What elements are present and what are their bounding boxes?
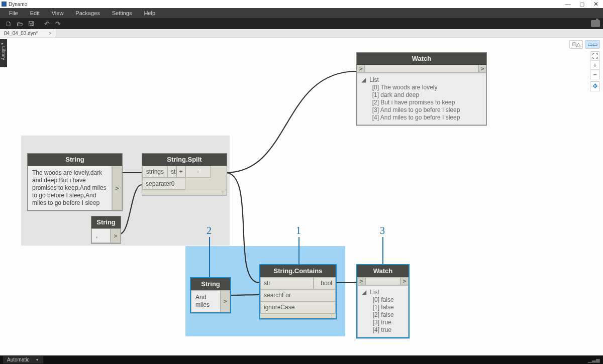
node-footer: ⋮ <box>142 190 227 195</box>
run-mode-dropdown[interactable]: Automatic ▾ <box>3 356 43 363</box>
menu-settings[interactable]: Settings <box>106 8 138 18</box>
node-string-main[interactable]: String The woods are lovely,dark and dee… <box>27 153 123 211</box>
input-port-str[interactable]: str <box>260 277 314 289</box>
node-title: String <box>91 216 121 228</box>
pan-home-icon[interactable]: ✥ <box>590 81 600 91</box>
annotation-2-line <box>209 237 210 277</box>
input-port[interactable]: > <box>357 65 365 73</box>
node-string-split[interactable]: String.Split str + - strings separater0 … <box>142 153 227 195</box>
node-title: String.Split <box>142 154 227 166</box>
annotation-3: 3 <box>380 225 385 236</box>
app-logo-icon <box>2 2 7 7</box>
output-port-strings[interactable]: strings <box>142 166 167 178</box>
output-port[interactable]: > <box>111 228 121 243</box>
remove-input-icon[interactable]: - <box>185 166 211 178</box>
list-item: [3] And miles to go before I sleep <box>372 106 460 113</box>
node-footer: ⋮ <box>260 313 336 318</box>
geometry-view-toggle[interactable]: ⛁△ <box>569 40 583 49</box>
tab-strip: 04_04_03.dyn* × <box>0 29 603 38</box>
title-bar: Dynamo — ▢ ✕ <box>0 0 603 8</box>
list-item: [3] true <box>373 319 391 326</box>
library-label: Library <box>1 46 6 60</box>
watch-output: ◢ List [0] The woods are lovely [1] dark… <box>357 73 486 125</box>
input-port-str[interactable]: str <box>167 166 176 178</box>
node-title: String <box>28 154 122 166</box>
zoom-controls: ⛶ + − <box>590 51 600 79</box>
list-item: [4] true <box>373 326 391 333</box>
redo-icon[interactable]: ↷ <box>52 19 63 28</box>
open-file-icon[interactable]: 🗁 <box>14 19 25 28</box>
menu-edit[interactable]: Edit <box>24 8 46 18</box>
annotation-2: 2 <box>207 225 212 236</box>
output-port[interactable]: > <box>112 166 122 210</box>
input-port[interactable]: > <box>357 277 365 285</box>
list-item: [2] false <box>373 311 394 318</box>
annotation-3-line <box>382 237 383 266</box>
node-string-separator[interactable]: String , > <box>91 216 121 244</box>
window-close-button[interactable]: ✕ <box>589 0 603 8</box>
list-item: [4] And miles to go before I sleep <box>372 114 460 121</box>
node-watch-top[interactable]: Watch > > ◢ List [0] The woods are lovel… <box>356 52 487 126</box>
node-view-toggle[interactable]: ▭▭ <box>585 40 600 49</box>
string-value[interactable]: The woods are lovely,dark and deep,But i… <box>28 166 112 210</box>
save-file-icon[interactable]: 🖫 <box>25 19 36 28</box>
list-item: [1] dark and deep <box>372 91 419 98</box>
status-bar: Automatic ▾ ▁▃▅ <box>0 355 603 364</box>
undo-icon[interactable]: ↶ <box>41 19 52 28</box>
list-item: [2] But i have promises to keep <box>372 99 455 106</box>
node-string-search[interactable]: String And miles > <box>190 277 231 313</box>
input-port-searchfor[interactable]: searchFor <box>260 289 336 301</box>
toolbar: 🗋 🗁 🖫 ↶ ↷ <box>0 18 603 29</box>
node-title: String <box>191 278 230 290</box>
signal-icon: ▁▃▅ <box>588 357 600 362</box>
menu-help[interactable]: Help <box>138 8 161 18</box>
tab-label: 04_04_03.dyn* <box>4 31 38 36</box>
list-header: List <box>370 289 379 296</box>
chevron-down-icon: ▾ <box>36 357 38 362</box>
watch-output: ◢ List [0] false [1] false [2] false [3]… <box>357 285 409 337</box>
output-port-bool[interactable]: bool <box>314 277 336 289</box>
run-mode-label: Automatic <box>7 357 29 362</box>
menu-bar: File Edit View Packages Settings Help <box>0 8 603 18</box>
output-port[interactable]: > <box>400 277 409 285</box>
menu-file[interactable]: File <box>3 8 24 18</box>
zoom-out-icon[interactable]: − <box>590 70 599 79</box>
collapse-icon[interactable]: ◢ <box>361 76 366 83</box>
output-port[interactable]: > <box>478 65 486 73</box>
node-title: Watch <box>357 53 486 65</box>
expand-icon: ▸ <box>2 41 4 46</box>
input-port-separater0[interactable]: separater0 <box>142 178 185 190</box>
list-item: [0] The woods are lovely <box>372 84 438 91</box>
view-tools: ⛁△ ▭▭ <box>569 40 600 49</box>
watch-mid <box>365 65 478 73</box>
screenshot-icon[interactable] <box>591 20 600 27</box>
window-maximize-button[interactable]: ▢ <box>575 0 589 8</box>
watch-mid <box>365 277 400 285</box>
node-title: String.Contains <box>260 265 336 277</box>
add-input-icon[interactable]: + <box>176 166 185 178</box>
node-watch-bottom[interactable]: Watch > > ◢ List [0] false [1] false [2]… <box>356 264 410 338</box>
string-value[interactable]: And miles <box>191 290 221 312</box>
zoom-fit-icon[interactable]: ⛶ <box>590 52 599 61</box>
list-item: [0] false <box>373 296 394 303</box>
app-title: Dynamo <box>9 2 27 7</box>
annotation-1: 1 <box>296 225 301 236</box>
menu-packages[interactable]: Packages <box>69 8 106 18</box>
menu-view[interactable]: View <box>46 8 70 18</box>
zoom-in-icon[interactable]: + <box>590 61 599 70</box>
collapse-icon[interactable]: ◢ <box>362 289 366 296</box>
list-header: List <box>369 76 379 83</box>
node-title: Watch <box>357 265 409 277</box>
list-item: [1] false <box>373 304 394 311</box>
node-string-contains[interactable]: String.Contains str bool searchFor ignor… <box>259 264 337 319</box>
library-panel-toggle[interactable]: ▸ Library <box>0 39 7 67</box>
file-tab[interactable]: 04_04_03.dyn* × <box>0 29 56 38</box>
window-minimize-button[interactable]: — <box>561 0 575 8</box>
output-port[interactable]: > <box>221 290 230 312</box>
input-port-ignorecase[interactable]: ignoreCase <box>260 301 336 313</box>
new-file-icon[interactable]: 🗋 <box>3 19 14 28</box>
annotation-1-line <box>298 237 299 266</box>
graph-canvas[interactable]: ▸ Library ⛁△ ▭▭ ⛶ + − ✥ 2 1 3 String <box>0 38 603 355</box>
tab-close-icon[interactable]: × <box>49 31 52 36</box>
string-value[interactable]: , <box>91 228 111 243</box>
